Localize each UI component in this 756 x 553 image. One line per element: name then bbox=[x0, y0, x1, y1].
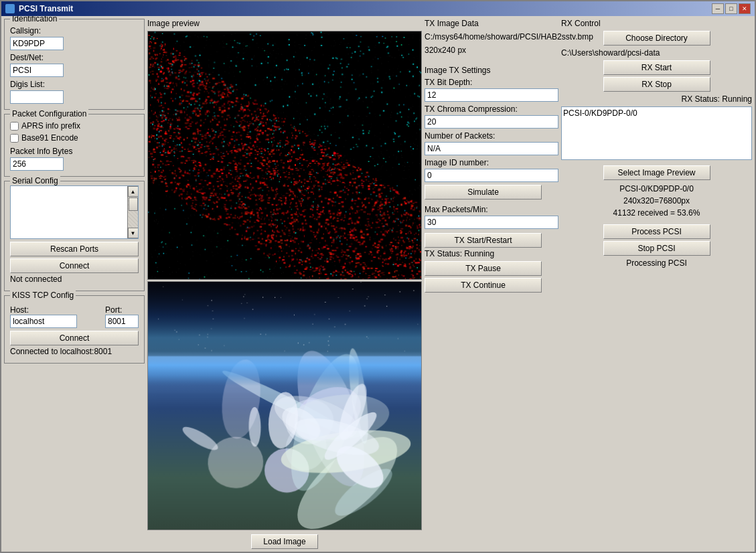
main-content: Identification Callsign: Dest/Net: Digis… bbox=[1, 16, 755, 552]
host-input[interactable] bbox=[10, 315, 77, 328]
stop-pcsi-button[interactable]: Stop PCSI bbox=[603, 241, 710, 256]
restore-button[interactable]: □ bbox=[725, 3, 737, 14]
tx-dimensions: 320x240 px bbox=[425, 46, 558, 55]
kiss-tcp-label: KISS TCP Config bbox=[10, 291, 76, 300]
processing-text: Processing PCSI bbox=[561, 258, 752, 268]
callsign-label: Callsign: bbox=[10, 26, 139, 35]
rescan-ports-button[interactable]: Rescan Ports bbox=[10, 242, 139, 256]
rx-dir-path: C:\Users\showard/pcsi-data bbox=[561, 48, 752, 58]
kiss-status: Connected to localhost:8001 bbox=[10, 345, 139, 358]
packet-info-label: Packet Info Bytes bbox=[10, 147, 139, 156]
tx-continue-button[interactable]: TX Continue bbox=[425, 278, 542, 293]
tx-bit-depth-label: TX Bit Depth: bbox=[425, 78, 558, 87]
aprs-prefix-checkbox[interactable] bbox=[10, 122, 19, 131]
tx-chroma-input[interactable] bbox=[425, 115, 558, 129]
num-packets-label: Number of Packets: bbox=[425, 131, 558, 141]
center-panel: Image preview Load Image bbox=[147, 19, 422, 549]
serial-connect-button[interactable]: Connect bbox=[10, 258, 139, 273]
tx-status: TX Status: Running bbox=[425, 249, 558, 258]
packet-info-input[interactable] bbox=[10, 157, 64, 171]
base91-label: Base91 Encode bbox=[21, 133, 78, 143]
image-id-input[interactable] bbox=[425, 169, 558, 182]
port-label: Port: bbox=[105, 305, 139, 315]
serial-config-label: Serial Config bbox=[10, 176, 60, 185]
aprs-prefix-label: APRS info prefix bbox=[21, 121, 80, 131]
identification-group: Identification Callsign: Dest/Net: Digis… bbox=[4, 19, 145, 110]
close-button[interactable]: ✕ bbox=[739, 3, 751, 14]
callsign-input[interactable] bbox=[10, 37, 64, 50]
digis-input[interactable] bbox=[10, 90, 64, 104]
select-preview-button[interactable]: Select Image Preview bbox=[603, 165, 710, 180]
kiss-tcp-group: KISS TCP Config Host: Port: Connect Conn… bbox=[4, 295, 145, 364]
main-window: PCSI Transmit ─ □ ✕ Identification Calls… bbox=[0, 0, 756, 553]
scroll-thumb[interactable] bbox=[129, 198, 138, 211]
serial-ports-list: ▲ ▼ bbox=[10, 185, 139, 239]
num-packets-input[interactable] bbox=[425, 142, 558, 155]
scroll-up-arrow[interactable]: ▲ bbox=[128, 186, 139, 197]
image-tx-settings-label: Image TX Settings bbox=[425, 66, 558, 75]
serial-scrollbar: ▲ ▼ bbox=[127, 186, 138, 238]
rx-info-line1: PCSI-0/KD9PDP-0/0 bbox=[561, 183, 752, 195]
load-image-button[interactable]: Load Image bbox=[251, 534, 318, 549]
serial-status: Not connected bbox=[10, 273, 139, 285]
kiss-connect-button[interactable]: Connect bbox=[10, 331, 139, 345]
top-image bbox=[148, 31, 421, 279]
tx-file-path: C:/msys64/home/showard/PCSI/HAB2sstv.bmp bbox=[425, 31, 558, 43]
window-title: PCSI Transmit bbox=[19, 4, 73, 13]
tx-chroma-label: TX Chroma Compression: bbox=[425, 104, 558, 114]
simulate-button[interactable]: Simulate bbox=[425, 185, 542, 200]
tx-image-data-label: TX Image Data bbox=[425, 19, 558, 28]
dest-net-label: Dest/Net: bbox=[10, 53, 139, 62]
image-preview-label: Image preview bbox=[147, 19, 422, 28]
serial-config-group: Serial Config ▲ ▼ Rescan Ports Connect bbox=[4, 181, 145, 291]
serial-textarea[interactable] bbox=[11, 186, 127, 238]
app-icon bbox=[5, 4, 15, 13]
digis-label: Digis List: bbox=[10, 80, 139, 89]
bottom-image-canvas bbox=[147, 281, 422, 530]
rx-info-line2: 240x320=76800px bbox=[561, 195, 752, 207]
scroll-down-arrow[interactable]: ▼ bbox=[128, 228, 139, 238]
tx-start-button[interactable]: TX Start/Restart bbox=[425, 233, 542, 248]
rx-stop-button[interactable]: RX Stop bbox=[603, 77, 710, 92]
max-packets-label: Max Packets/Min: bbox=[425, 205, 558, 214]
port-input[interactable] bbox=[105, 315, 139, 328]
rx-panel: RX Control Choose Directory C:\Users\sho… bbox=[561, 19, 752, 549]
dest-net-input[interactable] bbox=[10, 64, 64, 77]
rx-list-item: PCSI-0/KD9PDP-0/0 bbox=[563, 108, 750, 118]
rx-status: RX Status: Running bbox=[561, 94, 752, 104]
rx-control-label: RX Control bbox=[561, 19, 752, 28]
tx-panel: TX Image Data C:/msys64/home/showard/PCS… bbox=[425, 19, 558, 549]
max-packets-input[interactable] bbox=[425, 216, 558, 229]
packet-config-group: Packet Configuration APRS info prefix Ba… bbox=[4, 114, 145, 177]
minimize-button[interactable]: ─ bbox=[712, 3, 724, 14]
host-label: Host: bbox=[10, 305, 101, 315]
choose-dir-button[interactable]: Choose Directory bbox=[603, 31, 710, 46]
bottom-image bbox=[148, 282, 421, 530]
image-id-label: Image ID number: bbox=[425, 158, 558, 167]
top-image-canvas bbox=[147, 31, 422, 280]
rx-start-button[interactable]: RX Start bbox=[603, 60, 710, 75]
identification-label: Identification bbox=[10, 16, 59, 23]
base91-checkbox[interactable] bbox=[10, 134, 19, 143]
packet-config-label: Packet Configuration bbox=[10, 109, 88, 118]
rx-info-line3: 41132 received = 53.6% bbox=[561, 207, 752, 219]
title-bar: PCSI Transmit ─ □ ✕ bbox=[1, 1, 755, 16]
process-pcsi-button[interactable]: Process PCSI bbox=[603, 224, 710, 239]
rx-info: PCSI-0/KD9PDP-0/0 240x320=76800px 41132 … bbox=[561, 183, 752, 219]
rx-list[interactable]: PCSI-0/KD9PDP-0/0 bbox=[561, 106, 752, 160]
left-panel: Identification Callsign: Dest/Net: Digis… bbox=[4, 19, 145, 549]
tx-pause-button[interactable]: TX Pause bbox=[425, 261, 542, 276]
tx-bit-depth-input[interactable] bbox=[425, 88, 558, 102]
